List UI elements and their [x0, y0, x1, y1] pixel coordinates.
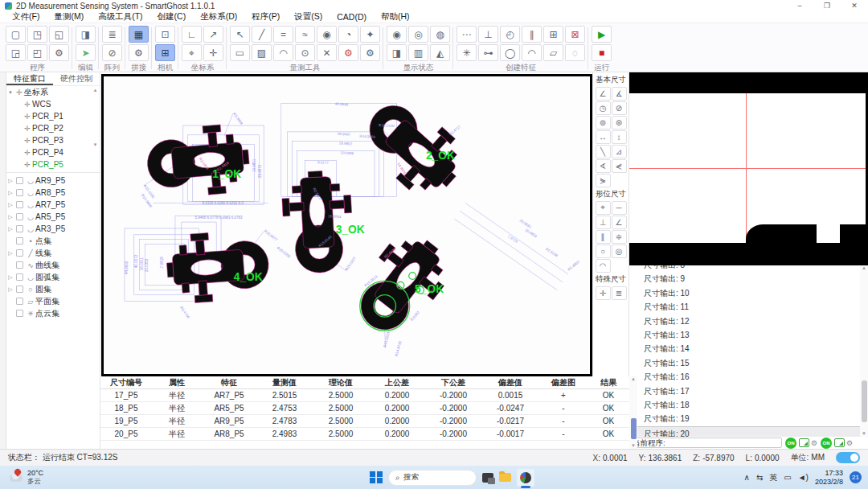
camera-capture-button[interactable]: ⊡ [155, 26, 175, 43]
tree-node-AR3_P5[interactable]: ▷◡AR3_P5 [6, 223, 100, 235]
menu-高级工具T[interactable]: 高级工具(T) [91, 11, 149, 23]
create-arc-button[interactable]: ◠ [522, 44, 542, 61]
tool-settings-button[interactable]: ⚙ [338, 44, 358, 61]
tree-node-WCS[interactable]: ✛WCS [6, 98, 100, 110]
array-button[interactable]: ≣ [102, 26, 122, 43]
create-line-button[interactable]: ⊶ [478, 44, 498, 61]
tree-node-PCR_P4[interactable]: ✛PCR_P4 [6, 146, 100, 158]
tree-node-圆弧集[interactable]: ▷◡圆弧集 [6, 271, 100, 283]
line-tool-button[interactable]: ╱ [252, 26, 272, 43]
weather-widget[interactable]: 20°C 多云 [8, 470, 43, 484]
visibility-checkbox[interactable] [16, 237, 23, 244]
visibility-checkbox[interactable] [16, 273, 23, 281]
curve-tool-button[interactable]: ≈ [295, 26, 315, 43]
hatch-tool-button[interactable]: ▨ [252, 44, 272, 61]
dim-point-line-button[interactable]: ∡ [612, 87, 627, 101]
tree-node-AR5_P5[interactable]: ▷◡AR5_P5 [6, 211, 100, 223]
dim-compound-button[interactable]: ⋟ [596, 174, 611, 187]
tree-node-PCR_P2[interactable]: ✛PCR_P2 [6, 122, 100, 134]
visibility-checkbox[interactable] [16, 225, 23, 232]
log-scrollbar[interactable]: ▲▼ [860, 265, 868, 437]
visibility-checkbox[interactable] [16, 261, 23, 269]
coord-rotate-button[interactable]: ↗ [203, 26, 223, 43]
image-save-icon[interactable] [799, 438, 809, 447]
tree-node-点集[interactable]: •点集 [6, 235, 100, 247]
visibility-checkbox[interactable] [16, 177, 23, 184]
dim-symmetry-button[interactable]: ≑ [612, 230, 627, 244]
tray-speaker-icon[interactable]: ◄) [798, 473, 809, 482]
dim-diameter-button[interactable]: ◷ [596, 101, 611, 115]
log-item[interactable]: 尺寸输出: 14 [629, 342, 868, 355]
tab-feature-window[interactable]: 特征窗口 [6, 72, 53, 85]
search-box[interactable]: ⌕搜索 [388, 470, 477, 486]
camera1-settings-gear-icon[interactable]: ⚙ [811, 439, 817, 447]
dim-point-point-button[interactable]: ∠ [596, 87, 611, 101]
create-scan-circle-button[interactable]: ◴ [500, 26, 520, 43]
run-button[interactable]: ▶ [592, 26, 612, 43]
tray-sync-icon[interactable]: ⇆ [756, 473, 763, 482]
tree-node-圆集[interactable]: ▷○圆集 [6, 283, 100, 295]
menu-程序P[interactable]: 程序(P) [244, 11, 287, 23]
dim-width-button[interactable]: ↔ [596, 130, 611, 144]
menu-CADD[interactable]: CAD(D) [330, 12, 374, 22]
visibility-checkbox[interactable] [16, 249, 23, 257]
gauge-tool-button[interactable]: ◠ [273, 44, 293, 61]
dim-angularity-button[interactable]: ∠ [612, 216, 627, 229]
tree-node-点云集[interactable]: ✳点云集 [6, 307, 100, 319]
stop-button[interactable]: ■ [592, 44, 612, 61]
table-scrollbar[interactable]: ▲▼ [629, 376, 637, 449]
rect-tool-button[interactable]: ▭ [230, 44, 250, 61]
stitch-button[interactable]: ▦ [129, 26, 149, 43]
visibility-checkbox[interactable] [16, 213, 23, 220]
save-program-button[interactable]: ◱ [49, 26, 69, 43]
current-program-input[interactable]: 当前程序: [629, 438, 782, 448]
create-point-button[interactable]: ⋯ [457, 26, 477, 43]
visibility-checkbox[interactable] [16, 298, 23, 305]
select-template-button[interactable]: ◰ [27, 44, 47, 61]
menu-创建C[interactable]: 创建(C) [150, 11, 194, 23]
file-explorer-button[interactable] [499, 473, 511, 482]
create-plane-button[interactable]: ▱ [543, 44, 563, 61]
tree-node-PCR_P5[interactable]: ✛PCR_P5 [6, 158, 100, 171]
tray-screen-icon[interactable]: ▭ [784, 473, 791, 482]
smartghost-app-button[interactable] [517, 469, 534, 487]
wrench-tool-button[interactable]: ✕ [317, 44, 337, 61]
tree-node-AR7_P5[interactable]: ▷◡AR7_P5 [6, 199, 100, 211]
dim-profile-button[interactable]: ⋞ [612, 159, 627, 173]
edit-program-button[interactable]: ◲ [6, 44, 26, 61]
log-item[interactable]: 尺寸输出: 9 [629, 272, 868, 286]
log-item[interactable]: 尺寸输出: 8 [629, 265, 868, 272]
close-button[interactable]: ✕ [841, 0, 868, 11]
focus-tool-button[interactable]: ⊙ [295, 44, 315, 61]
log-item[interactable]: 尺寸输出: 12 [629, 314, 868, 328]
tree-scrollbar[interactable]: ▲▼ [92, 88, 99, 147]
create-parallel-button[interactable]: ∥ [522, 26, 542, 43]
input-language-indicator[interactable]: 英 [769, 472, 777, 483]
stitch-settings-button[interactable]: ⚙ [129, 44, 149, 61]
table-row[interactable]: 18_P5半径AR5_P52.47532.50000.2000-0.2000-0… [100, 402, 629, 415]
dim-triangle-button[interactable]: ⊿ [612, 145, 627, 158]
tree-node-PCR_P1[interactable]: ✛PCR_P1 [6, 110, 100, 122]
visibility-checkbox[interactable] [16, 286, 23, 293]
log-item[interactable]: 尺寸输出: 16 [629, 370, 868, 384]
tree-node-曲线集[interactable]: ∿曲线集 [6, 259, 100, 271]
menu-坐标系D[interactable]: 坐标系(D) [193, 11, 244, 23]
view-3d-toggle[interactable]: ◭ [430, 44, 450, 61]
coord-origin-button[interactable]: ⌖ [182, 44, 202, 61]
dim-position-button[interactable]: ⌖ [596, 201, 611, 215]
tray-chevron-icon[interactable]: ∧ [744, 473, 750, 482]
menu-帮助H[interactable]: 帮助(H) [374, 11, 417, 23]
clock-widget[interactable]: 17:33 2023/2/8 [815, 469, 843, 486]
dim-line-button[interactable]: ╲ [596, 145, 611, 158]
dimension-output-log[interactable]: 尺寸输出: 8尺寸输出: 9尺寸输出: 10尺寸输出: 11尺寸输出: 12尺寸… [629, 265, 868, 437]
dim-height-button[interactable]: ↕ [612, 130, 627, 144]
dim-arc-profile-button[interactable]: ◠ [596, 259, 611, 273]
camera-view[interactable] [629, 72, 868, 265]
camera-grid-button[interactable]: ⊞ [155, 44, 175, 61]
log-scrollbar-thumb[interactable] [862, 380, 867, 422]
tree-node-线集[interactable]: ▷╱线集 [6, 247, 100, 259]
maximize-button[interactable]: ❐ [813, 0, 841, 11]
visibility-checkbox[interactable] [16, 201, 23, 208]
table-row[interactable]: 19_P5半径AR9_P52.47832.50000.2000-0.2000-0… [100, 415, 629, 428]
pick-tool-button[interactable]: ↖ [230, 26, 250, 43]
